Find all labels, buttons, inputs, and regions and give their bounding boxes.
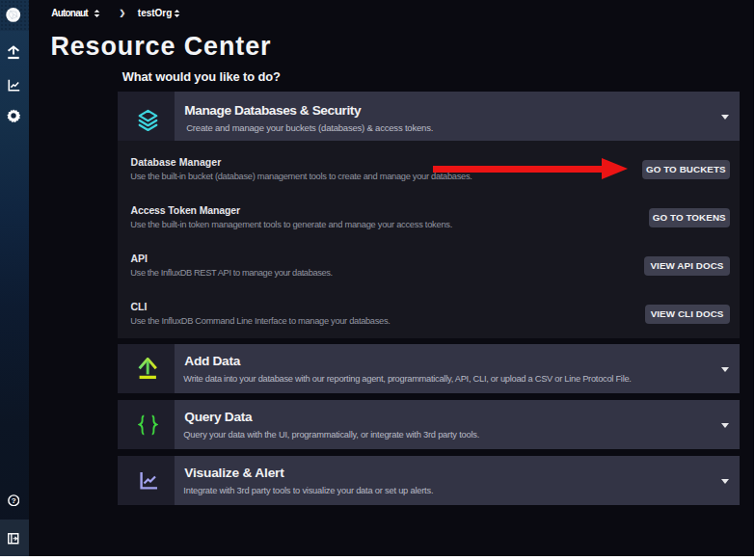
svg-text:?: ? <box>11 496 15 505</box>
